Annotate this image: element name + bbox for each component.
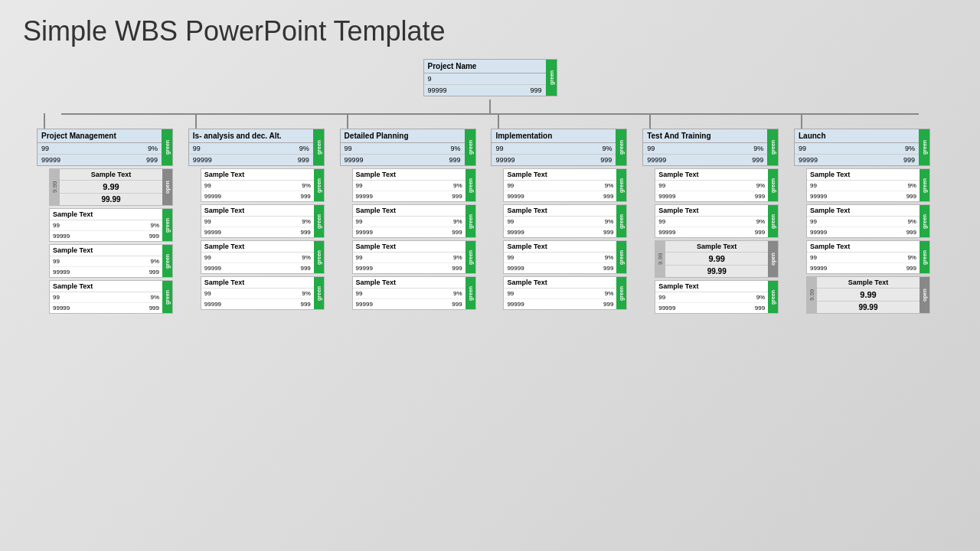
root-wrapper: Project Name 9 99999 999 green — [423, 59, 557, 113]
l2-main-impl: Implementation999%99999999 — [492, 129, 616, 165]
vstub-is — [195, 113, 197, 129]
sub-item-tt-3: Sample Text999%99999999green — [655, 280, 779, 314]
l2-badge-impl: green — [616, 129, 626, 165]
page-container: Simple WBS PowerPoint Template Project N… — [0, 0, 980, 551]
sub-item-impl-3: Sample Text999%99999999green — [503, 276, 627, 310]
l2-row2-is: 99999999 — [189, 155, 313, 165]
l2-row2-tt: 99999999 — [643, 155, 767, 165]
sub-item-is-1: Sample Text999%99999999green — [201, 204, 325, 238]
l2-badge-tt: green — [767, 129, 778, 165]
sub-item-tt-0: Sample Text999%99999999green — [655, 168, 779, 202]
columns-area: Project Management999%99999999green9.99S… — [23, 113, 957, 316]
l2-row2-dp: 99999999 — [341, 155, 465, 165]
sub-item-dp-0: Sample Text999%99999999green — [352, 168, 476, 202]
sub-item-dp-2: Sample Text999%99999999green — [352, 240, 476, 274]
page-title: Simple WBS PowerPoint Template — [23, 15, 957, 47]
l2-row1-tt: 999% — [643, 143, 767, 155]
sub-item-tt-1: Sample Text999%99999999green — [655, 204, 779, 238]
sub-header-pm-1: Sample Text — [50, 209, 162, 220]
sub-item-pm-3: Sample Text999%99999999green — [49, 280, 173, 314]
sub-header-tt-1: Sample Text — [655, 205, 768, 217]
sub-header-dp-0: Sample Text — [353, 169, 466, 181]
l2-header-dp: Detailed Planning — [341, 129, 465, 143]
col-is: Is- analysis and dec. Alt.999%99999999gr… — [188, 113, 338, 316]
col-pm: Project Management999%99999999green9.99S… — [37, 113, 186, 316]
l2-row2-pm: 99999999 — [38, 155, 162, 165]
l2-header-is: Is- analysis and dec. Alt. — [189, 129, 313, 143]
root-row: Project Name 9 99999 999 green — [23, 59, 957, 113]
l2-main-is: Is- analysis and dec. Alt.999%99999999 — [189, 129, 313, 165]
sub-header-tt-3: Sample Text — [655, 281, 768, 292]
l2-main-dp: Detailed Planning999%99999999 — [341, 129, 465, 165]
l2-header-launch: Launch — [795, 129, 919, 143]
sub-header-dp-2: Sample Text — [353, 241, 466, 253]
sub-header-dp-3: Sample Text — [353, 277, 466, 289]
sub-gray-launch-3: 9.99Sample Text9.9999.99open — [806, 276, 930, 314]
sub-header-impl-3: Sample Text — [504, 277, 616, 289]
connector-area: Project Management999%99999999green9.99S… — [23, 113, 957, 316]
sub-item-pm-2: Sample Text999%99999999green — [49, 244, 173, 278]
sub-header-is-2: Sample Text — [201, 241, 314, 253]
root-header: Project Name — [424, 60, 546, 73]
sub-item-impl-0: Sample Text999%99999999green — [503, 168, 627, 202]
sub-item-launch-1: Sample Text999%99999999green — [806, 204, 930, 238]
sub-gray-tt-2: 9.99Sample Text9.9999.99open — [655, 240, 779, 278]
l2-row1-pm: 999% — [38, 143, 162, 155]
sub-header-pm-2: Sample Text — [50, 245, 162, 256]
vstub-tt — [649, 113, 651, 129]
sub-header-impl-0: Sample Text — [504, 169, 616, 181]
vstub-launch — [801, 113, 802, 129]
l2-card-impl: Implementation999%99999999green — [491, 129, 627, 166]
l2-row1-is: 999% — [189, 143, 313, 155]
l2-card-tt: Test And Training999%99999999green — [642, 129, 779, 166]
col-dp: Detailed Planning999%99999999greenSample… — [340, 113, 489, 316]
vstub-dp — [347, 113, 348, 129]
sub-header-tt-0: Sample Text — [655, 169, 768, 181]
sub-item-is-0: Sample Text999%99999999green — [201, 168, 325, 202]
h-connector — [61, 113, 919, 115]
sub-item-pm-1: Sample Text999%99999999green — [49, 208, 173, 242]
root-card: Project Name 9 99999 999 green — [423, 59, 557, 96]
col-tt: Test And Training999%99999999greenSample… — [642, 113, 792, 316]
root-r2-left: 99999 — [428, 86, 447, 94]
sub-item-is-3: Sample Text999%99999999green — [201, 276, 325, 310]
l2-badge-is: green — [313, 129, 324, 165]
l2-row2-impl: 99999999 — [492, 155, 616, 165]
l2-card-dp: Detailed Planning999%99999999green — [340, 129, 476, 166]
l2-row1-impl: 999% — [492, 143, 616, 155]
root-row1: 9 — [424, 73, 546, 85]
sub-item-impl-1: Sample Text999%99999999green — [503, 204, 627, 238]
sub-header-is-1: Sample Text — [201, 205, 314, 217]
l2-row2-launch: 99999999 — [795, 155, 919, 165]
sub-header-launch-0: Sample Text — [807, 169, 920, 181]
col-impl: Implementation999%99999999greenSample Te… — [491, 113, 640, 316]
root-card-main: Project Name 9 99999 999 — [424, 60, 546, 96]
l2-header-impl: Implementation — [492, 129, 616, 143]
sub-header-impl-1: Sample Text — [504, 205, 616, 217]
sub-item-launch-2: Sample Text999%99999999green — [806, 240, 930, 274]
l2-badge-dp: green — [465, 129, 475, 165]
l2-card-is: Is- analysis and dec. Alt.999%99999999gr… — [188, 129, 325, 166]
root-row2: 99999 999 — [424, 85, 546, 96]
sub-header-dp-1: Sample Text — [353, 205, 466, 217]
root-badge: green — [546, 60, 557, 96]
sub-item-is-2: Sample Text999%99999999green — [201, 240, 325, 274]
wbs-tree: Project Name 9 99999 999 green — [23, 59, 957, 316]
l2-badge-launch: green — [919, 129, 929, 165]
vstub-pm — [44, 113, 45, 129]
l2-card-launch: Launch999%99999999green — [794, 129, 930, 166]
l2-row1-dp: 999% — [341, 143, 465, 155]
root-vline — [489, 99, 491, 113]
sub-item-impl-2: Sample Text999%99999999green — [503, 240, 627, 274]
sub-item-dp-1: Sample Text999%99999999green — [352, 204, 476, 238]
sub-item-launch-0: Sample Text999%99999999green — [806, 168, 930, 202]
root-val: 9 — [428, 75, 432, 83]
sub-item-dp-3: Sample Text999%99999999green — [352, 276, 476, 310]
sub-header-is-3: Sample Text — [201, 277, 314, 289]
sub-header-impl-2: Sample Text — [504, 241, 616, 253]
root-r2-right: 999 — [530, 86, 541, 94]
sub-header-launch-1: Sample Text — [807, 205, 920, 217]
sub-header-is-0: Sample Text — [201, 169, 314, 181]
l2-header-pm: Project Management — [38, 129, 162, 143]
col-launch: Launch999%99999999greenSample Text999%99… — [794, 113, 943, 316]
